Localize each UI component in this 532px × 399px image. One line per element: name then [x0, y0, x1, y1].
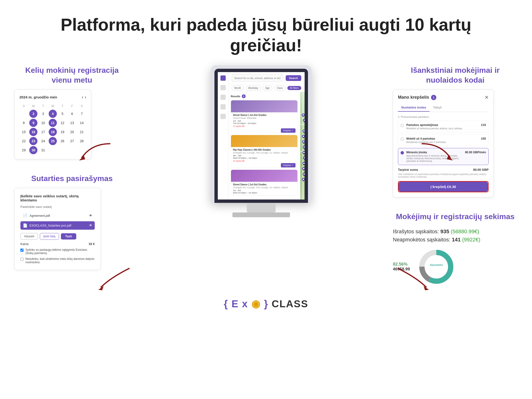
sub-text-2: Mokėti už 4 pamokas Mokėjimas mokamas ka… — [406, 137, 479, 143]
donut-chart: Apmokėta — [417, 248, 456, 286]
cal-header: 2024 m. gruodžio mėn ‹ › — [19, 95, 86, 100]
discount-code-tab[interactable]: Nuolaidos kodas — [398, 104, 430, 112]
cal-day-t1: T — [39, 104, 47, 109]
sub-radio-1[interactable] — [400, 124, 404, 127]
filter-class[interactable]: Class — [274, 86, 285, 90]
sidebar-icon-users[interactable] — [221, 104, 226, 110]
sidebar-icon-search[interactable] — [221, 85, 226, 90]
cal-day-22[interactable]: 22 — [20, 137, 28, 145]
cal-day-18[interactable]: 18 — [49, 128, 57, 136]
sub-text-1: Pamokos apmokėjimas Mokėkite už kiekvien… — [406, 123, 479, 130]
sub-option-3[interactable]: Mėnesio įmoka Apmokestinama kas 3 mėnesi… — [398, 148, 488, 165]
filter-weekday[interactable]: Weekday — [246, 86, 261, 90]
filter-all[interactable]: All filters — [287, 86, 301, 90]
cal-day-24[interactable]: 24 — [39, 137, 47, 145]
cal-day-14[interactable]: 14 — [78, 119, 86, 127]
stat-unpaid: Neapmokėtos sąskaitos: 141 (9922€) — [393, 237, 518, 243]
logo-class: CLASS — [272, 298, 308, 309]
card-body-2: Hip Hop Classes | 4th-6th Grades St Brig… — [231, 147, 298, 164]
card-spots-2: 13 spots left — [233, 160, 296, 162]
cal-day-23[interactable]: 23 — [29, 137, 38, 145]
confirm-button[interactable]: Tęsti — [61, 233, 76, 239]
eye-icon-2[interactable]: 👁 — [89, 223, 92, 227]
cal-day-15[interactable]: 15 — [20, 128, 28, 136]
sidebar-icon-settings[interactable] — [221, 114, 226, 119]
cal-next-btn[interactable]: › — [85, 95, 86, 100]
cal-day-8[interactable]: 8 — [20, 119, 28, 127]
cal-day-4[interactable]: 4 — [49, 110, 57, 118]
card-grades-3: 1st - 3rd — [233, 189, 296, 192]
result-card-2[interactable]: Hip Hop Classes | 4th-6th Grades St Brig… — [231, 135, 298, 168]
map-pin-1[interactable] — [301, 113, 305, 117]
checkbox-row-1: Sutinku su paslaugų teikimo sąlygomis Ex… — [20, 248, 95, 255]
checkbox-1[interactable] — [20, 249, 24, 252]
register-button-2[interactable]: Register > — [281, 163, 296, 167]
cal-day-21[interactable]: 21 — [78, 128, 86, 136]
search-input[interactable] — [232, 74, 283, 82]
result-card-1[interactable]: Street Dance | 1st-3rd Grades Church Roa… — [231, 100, 298, 133]
cal-day-6[interactable]: 6 — [68, 110, 76, 118]
cal-day-16[interactable]: 16 — [29, 128, 38, 136]
sub-radio-2[interactable] — [400, 137, 404, 141]
stat2-val: (9922€) — [462, 237, 481, 243]
cal-day-31[interactable]: 31 — [39, 146, 47, 154]
cal-day-29[interactable]: 29 — [20, 146, 28, 154]
cal-day-17[interactable]: 17 — [39, 128, 47, 136]
app-body: Results 0 Street Dance — [228, 92, 305, 199]
cal-day-t2: T — [58, 104, 67, 109]
discount-tabs: Nuolaidos kodas Taikyti — [398, 104, 488, 112]
cal-day-26[interactable]: 26 — [58, 137, 66, 145]
upload-button[interactable]: Įkelti failą — [40, 233, 59, 240]
filter-age[interactable]: Age — [263, 86, 272, 90]
cal-empty2 — [49, 146, 57, 154]
cal-day-3[interactable]: 3 — [39, 110, 47, 118]
result-card-3[interactable]: Street Dance | 1st-3rd Grades St Brigids… — [231, 170, 298, 196]
file-item-2[interactable]: 📄 EXOCLASS_Sutarties pvz.pdf 👁 — [20, 221, 95, 230]
sub-desc-2: Mokėjimas mokamas kas 4 pamokas. — [406, 141, 479, 143]
cal-day-2[interactable]: 2 — [29, 110, 38, 118]
contract-title: Įkelkite savo veiklos sutartį, skirtą kl… — [20, 194, 95, 202]
cart-close-button[interactable]: ✕ — [485, 95, 488, 100]
cal-day-28[interactable]: 28 — [78, 137, 86, 145]
sub-option-2[interactable]: Mokėti už 4 pamokas Mokėjimas mokamas ka… — [398, 134, 488, 146]
sub-radio-3[interactable] — [400, 151, 404, 154]
cal-day-30[interactable]: 30 — [29, 146, 38, 154]
checkbox-2[interactable] — [20, 258, 24, 261]
cart-cta-wrapper: Į krepšelį £0.30 — [398, 181, 488, 192]
card-grades-2: 4th – 6th — [233, 154, 296, 157]
cal-day-5[interactable]: 5 — [58, 110, 66, 118]
total-value: 80.00 GBP — [473, 168, 488, 172]
cart-title: Mano krepšelis — [398, 95, 429, 100]
monitor-stand — [247, 203, 276, 212]
cal-day-19[interactable]: 19 — [58, 128, 66, 136]
eye-icon-1[interactable]: 👁 — [89, 214, 92, 217]
sidebar-icon-calendar[interactable] — [221, 95, 226, 100]
cal-day-7[interactable]: 7 — [78, 110, 86, 118]
cal-prev-btn[interactable]: ‹ — [82, 95, 83, 100]
cal-day-13[interactable]: 13 — [68, 119, 76, 127]
card-img-2 — [231, 135, 298, 147]
file-name-2: EXOCLASS_Sutarties pvz.pdf — [30, 224, 71, 227]
cal-day-25[interactable]: 25 — [49, 137, 57, 145]
apply-tab[interactable]: Taikyti — [430, 104, 445, 112]
sub-option-1[interactable]: Pamokos apmokėjimas Mokėkite už kiekvien… — [398, 121, 488, 132]
cart-cta-button[interactable]: Į krepšelį £0.30 — [399, 182, 488, 192]
cal-day-10[interactable]: 10 — [39, 119, 47, 127]
cart-heading: Išankstiniai mokėjimai ir nuolaidos koda… — [393, 65, 518, 85]
cal-day-9[interactable]: 9 — [29, 119, 38, 127]
card-title-1: Street Dance | 1st-3rd Grades — [233, 114, 296, 117]
cal-day-20[interactable]: 20 — [68, 128, 76, 136]
cal-day-11[interactable]: 11 — [49, 119, 57, 127]
cancel-button[interactable]: Atšaukti — [20, 233, 38, 240]
stat1-num: 935 — [440, 228, 449, 234]
search-button[interactable]: Search — [286, 75, 301, 81]
file-icon-1: 📄 — [23, 213, 28, 218]
sidebar-icon-home[interactable] — [221, 75, 226, 81]
cal-day-12[interactable]: 12 — [58, 119, 66, 127]
payments-widget: Išrašytos sąskaitos: 935 (56880.99€) Nea… — [393, 226, 518, 288]
card-body-1: Street Dance | 1st-3rd Grades Church Roa… — [231, 112, 298, 129]
register-button-1[interactable]: Register > — [281, 128, 296, 133]
filter-month[interactable]: Month — [232, 86, 244, 90]
file-item-1[interactable]: 📄 Agreement.pdf 👁 — [20, 211, 95, 220]
cal-day-27[interactable]: 27 — [68, 137, 76, 145]
